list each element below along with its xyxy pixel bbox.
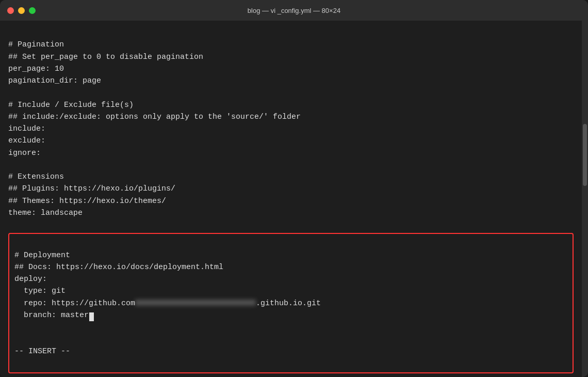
deployment-section: # Deployment ## Docs: https://hexo.io/do… (8, 233, 574, 373)
titlebar: blog — vi _config.yml — 80×24 (0, 0, 588, 21)
line-extensions-header: # Extensions (8, 172, 64, 181)
traffic-lights (7, 7, 36, 14)
line-deploy: deploy: (14, 275, 47, 284)
editor[interactable]: # Pagination ## Set per_page to 0 to dis… (0, 21, 582, 377)
content-area: # Pagination ## Set per_page to 0 to dis… (0, 21, 588, 377)
insert-mode-label: -- INSERT -- (14, 347, 70, 356)
close-button[interactable] (7, 7, 14, 14)
line-repo: repo: https://github.comXXXXXXXXXXXXXXXX… (14, 299, 321, 308)
line-include-header: # Include / Exclude file(s) (8, 101, 134, 109)
line-include: include: (8, 124, 45, 133)
line-branch: branch: master (14, 311, 94, 320)
line-include-comment: ## include:/exclude: options only apply … (8, 113, 301, 121)
line-type: type: git (14, 287, 66, 295)
line-pagination-comment: ## Set per_page to 0 to disable paginati… (8, 53, 203, 61)
line-pagination-header: # Pagination (8, 40, 64, 49)
deployment-code: # Deployment ## Docs: https://hexo.io/do… (14, 237, 567, 333)
line-plugins: ## Plugins: https://hexo.io/plugins/ (8, 184, 175, 193)
line-ignore: ignore: (8, 149, 41, 158)
line-deployment-docs: ## Docs: https://hexo.io/docs/deployment… (14, 263, 223, 272)
minimize-button[interactable] (18, 7, 25, 14)
line-pagination-dir: pagination_dir: page (8, 76, 101, 85)
line-themes: ## Themes: https://hexo.io/themes/ (8, 197, 166, 206)
scrollbar-thumb[interactable] (583, 124, 587, 186)
maximize-button[interactable] (29, 7, 36, 14)
line-exclude: exclude: (8, 136, 45, 145)
line-empty1 (8, 88, 13, 97)
line-empty2 (8, 161, 13, 169)
insert-status: -- INSERT -- (14, 333, 567, 369)
line-theme: theme: landscape (8, 209, 83, 217)
code-content: # Pagination ## Set per_page to 0 to dis… (8, 27, 574, 231)
line-deployment-header: # Deployment (14, 251, 70, 260)
window-title: blog — vi _config.yml — 80×24 (248, 7, 340, 14)
terminal-window: blog — vi _config.yml — 80×24 # Paginati… (0, 0, 588, 377)
line-per-page: per_page: 10 (8, 65, 64, 73)
scrollbar[interactable] (582, 21, 588, 377)
text-cursor (89, 312, 94, 321)
redacted-url: XXXXXXXXXXXXXXXXXXXXXXXXXX (135, 299, 256, 308)
